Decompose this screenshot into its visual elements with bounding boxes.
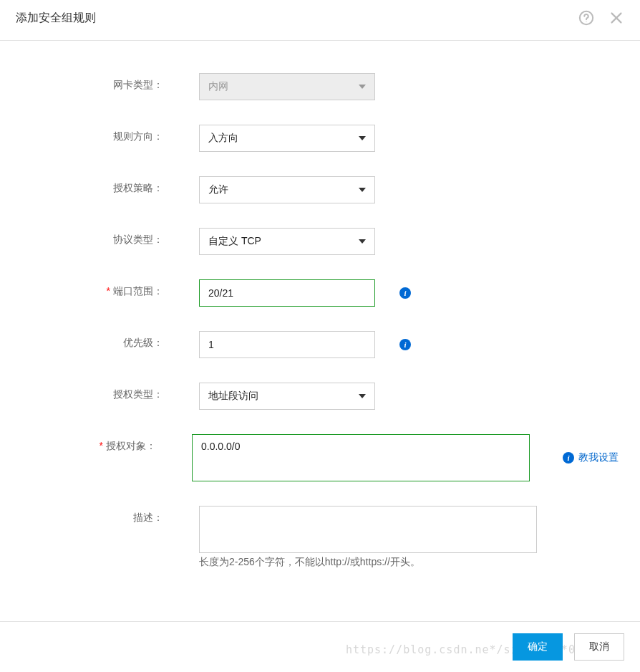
- row-description-hint: 长度为2-256个字符，不能以http://或https://开头。: [21, 556, 619, 569]
- required-mark: *: [107, 285, 110, 297]
- help-icon[interactable]: [578, 10, 594, 26]
- cancel-button[interactable]: 取消: [574, 633, 624, 661]
- info-icon[interactable]: i: [399, 339, 411, 350]
- label-priority: 优先级：: [21, 331, 165, 350]
- label-rule-direction: 规则方向：: [21, 125, 165, 143]
- row-nic-type: 网卡类型： 内网: [21, 73, 619, 100]
- confirm-button[interactable]: 确定: [513, 633, 563, 661]
- help-link-text: 教我设置: [578, 451, 619, 464]
- chevron-down-icon: [359, 188, 366, 192]
- help-link-teach-me[interactable]: i 教我设置: [563, 451, 619, 464]
- required-mark: *: [100, 440, 103, 451]
- info-icon: i: [563, 452, 574, 464]
- label-description: 描述：: [21, 506, 165, 524]
- form-container: 网卡类型： 内网 规则方向： 入方向 授权策略： 允许 协议类型：: [0, 41, 640, 612]
- label-protocol-type: 协议类型：: [21, 228, 165, 246]
- label-port-range: *端口范围：: [21, 279, 165, 298]
- description-hint: 长度为2-256个字符，不能以http://或https://开头。: [21, 556, 420, 569]
- chevron-down-icon: [359, 85, 366, 89]
- label-auth-type: 授权类型：: [21, 383, 165, 401]
- chevron-down-icon: [359, 136, 366, 140]
- dialog-title: 添加安全组规则: [16, 11, 96, 26]
- row-rule-direction: 规则方向： 入方向: [21, 125, 619, 152]
- select-auth-type-value: 地址段访问: [208, 390, 258, 403]
- row-auth-policy: 授权策略： 允许: [21, 176, 619, 203]
- row-port-range: *端口范围： i: [21, 279, 619, 307]
- header-actions: [578, 10, 624, 26]
- dialog-header: 添加安全组规则: [0, 0, 640, 41]
- textarea-description[interactable]: [199, 506, 537, 553]
- select-protocol-type-value: 自定义 TCP: [208, 235, 261, 248]
- select-auth-policy[interactable]: 允许: [199, 176, 375, 203]
- info-icon[interactable]: i: [399, 287, 411, 299]
- row-auth-object: *授权对象： 0.0.0.0/0 i 教我设置: [21, 434, 619, 481]
- dialog-footer: 确定 取消: [0, 621, 640, 672]
- select-auth-policy-value: 允许: [208, 183, 228, 196]
- select-rule-direction[interactable]: 入方向: [199, 125, 375, 152]
- close-icon[interactable]: [609, 10, 624, 26]
- chevron-down-icon: [359, 239, 366, 244]
- input-port-range[interactable]: [199, 279, 375, 307]
- row-protocol-type: 协议类型： 自定义 TCP: [21, 228, 619, 255]
- select-nic-type: 内网: [199, 73, 375, 100]
- select-rule-direction-value: 入方向: [208, 132, 238, 145]
- select-auth-type[interactable]: 地址段访问: [199, 383, 375, 410]
- select-nic-type-value: 内网: [208, 80, 228, 93]
- row-auth-type: 授权类型： 地址段访问: [21, 383, 619, 410]
- svg-point-1: [586, 21, 586, 22]
- row-description: 描述：: [21, 506, 619, 553]
- label-auth-object: *授权对象：: [21, 434, 157, 453]
- textarea-auth-object[interactable]: 0.0.0.0/0: [192, 434, 530, 481]
- label-auth-policy: 授权策略：: [21, 176, 165, 195]
- row-priority: 优先级： i: [21, 331, 619, 358]
- input-priority[interactable]: [199, 331, 375, 358]
- label-nic-type: 网卡类型：: [21, 73, 165, 92]
- chevron-down-icon: [359, 394, 366, 398]
- select-protocol-type[interactable]: 自定义 TCP: [199, 228, 375, 255]
